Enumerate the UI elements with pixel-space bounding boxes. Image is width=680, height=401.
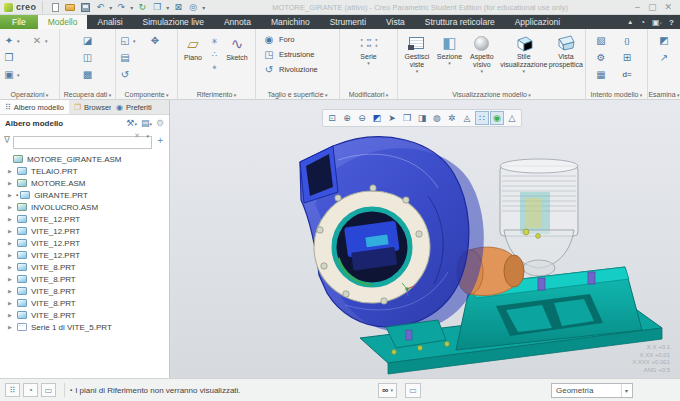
expand-arrow-icon[interactable]: ▶ [8,204,16,210]
spin-center-button[interactable]: ◉ [490,111,504,125]
tree-item[interactable]: ▶MOTORE.ASM [0,177,169,189]
windows-caret-icon[interactable]: ▾ [166,4,169,11]
tab-modello[interactable]: Modello [38,15,88,29]
tree-item[interactable]: ▶VITE_8.PRT [0,285,169,297]
tab-analisi[interactable]: Analisi [87,15,132,29]
zoom-out-button[interactable]: ⊖ [355,111,369,125]
user-defined-feature-button[interactable]: ◪ [81,34,95,47]
3d-model-motore-girante[interactable] [170,100,680,378]
restore-button[interactable]: ▢ [648,2,657,12]
filter-caret-icon[interactable]: ▾ [146,133,149,139]
tree-item[interactable]: ▶VITE_8.PRT [0,297,169,309]
expand-arrow-icon[interactable]: ▶ [8,216,16,222]
tab-simulazione-live[interactable]: Simulazione live [133,15,214,29]
tree-item[interactable]: ▶VITE_12.PRT [0,237,169,249]
tab-applicazioni[interactable]: Applicazioni [505,15,570,29]
tree-tools-button[interactable]: ⚒▾ [126,118,137,128]
tree-item[interactable]: ▶Serie 1 di VITE_5.PRT [0,321,169,333]
assemble-button[interactable]: ◱ [118,34,132,47]
share-button[interactable]: ◎ [187,1,199,13]
save-button[interactable] [79,1,91,13]
tree-item-root[interactable]: MOTORE_GIRANTE.ASM [0,153,169,165]
expand-arrow-icon[interactable]: ▶ [8,228,16,234]
graphics-area[interactable]: ⊡ ⊕ ⊖ ◩ ➤ ❒ ◨ ◍ ✲ ◬ ∷ ◉ △ X.X +0.1 X.XX … [170,100,680,378]
switch-symbols-button[interactable]: ⊞ [620,51,634,64]
tab-manichino[interactable]: Manichino [261,15,320,29]
foro-button[interactable]: ◉Foro [262,32,337,47]
tab-vista[interactable]: Vista [376,15,415,29]
model-info-button[interactable]: ◩ [657,34,671,47]
tree-item[interactable]: ▶INVOLUCRO.ASM [0,201,169,213]
tab-file[interactable]: File [0,15,38,29]
sketch-button[interactable]: ∿ Sketch [223,33,251,86]
stile-visualizzazione-button[interactable]: Stile visualizzazione▾ [501,32,547,86]
parameters-button[interactable]: {} [620,34,634,47]
display-style-button[interactable]: ◍ [430,111,444,125]
repaint-button[interactable]: ◩ [370,111,384,125]
redo-button[interactable]: ↷ [115,1,127,13]
expand-arrow-icon[interactable]: ▶ [8,192,16,198]
tree-item[interactable]: ▶VITE_12.PRT [0,225,169,237]
annotation-display-button[interactable]: ◬ [460,111,474,125]
help-button[interactable]: ? [669,18,674,27]
tab-strumenti[interactable]: Strumenti [320,15,376,29]
group-label-componente[interactable]: Componente [116,91,177,98]
expand-arrow-icon[interactable]: ▶ [8,168,16,174]
group-label-intento[interactable]: Intento modello [586,91,647,98]
toggle-model-tree-button[interactable]: ⠿ [5,383,20,397]
tree-filter-input[interactable] [13,136,152,149]
group-label-recupera-dati[interactable]: Recupera dati [60,91,115,98]
expand-arrow-icon[interactable]: ▶ [8,180,16,186]
expand-arrow-icon[interactable]: ▶ [8,288,16,294]
group-label-operazioni[interactable]: Operazioni [0,91,59,98]
group-label-esamina[interactable]: Esamina [648,91,680,98]
tree-item[interactable]: ▶▪GIRANTE.PRT [0,189,169,201]
view-manager-button[interactable]: ◨ [415,111,429,125]
datum-display-filters-button[interactable]: ∷ [475,111,489,125]
aspetto-visivo-button[interactable]: Aspetto visivo▾ [465,32,499,86]
regenerate-model-button[interactable]: ✦ [2,34,16,47]
expand-arrow-icon[interactable]: ▶ [8,324,16,330]
tab-albero-modello[interactable]: ⠿Albero modello [0,100,69,114]
clear-filter-icon[interactable]: ✕ [134,132,140,140]
tree-settings-button[interactable]: ⚙ [156,118,164,128]
windows-button[interactable]: ❐ [151,1,163,13]
vista-prospettica-button[interactable]: Vista prospettica [549,32,583,86]
tree-item[interactable]: ▶VITE_8.PRT [0,309,169,321]
close-button[interactable]: ✕ [664,2,672,12]
piano-button[interactable]: ▱ Piano [180,33,206,86]
collapse-ribbon-button[interactable]: ▲ [627,19,633,25]
tree-item[interactable]: ▶VITE_8.PRT [0,261,169,273]
expand-arrow-icon[interactable]: ▶ [8,300,16,306]
tab-struttura-reticolare[interactable]: Struttura reticolare [415,15,505,29]
relations-button[interactable]: ⚙ [594,51,608,64]
perspective-button[interactable]: △ [505,111,519,125]
toggle-fullscreen-button[interactable]: ▭ [41,383,56,397]
copy-button[interactable]: ❐ [2,51,16,64]
expand-arrow-icon[interactable]: ▶ [8,240,16,246]
tree-item[interactable]: ▶VITE_8.PRT [0,273,169,285]
tree-item[interactable]: ▶VITE_12.PRT [0,249,169,261]
zoom-in-button[interactable]: ⊕ [340,111,354,125]
screen-settings-button[interactable]: ▣▾ [652,18,662,27]
selection-filter-combobox[interactable]: Geometria ▾ [551,383,633,398]
saved-views-button[interactable]: ❒ [400,111,414,125]
publish-geometry-button[interactable]: ▧ [594,34,608,47]
undo-button[interactable]: ↶ [94,1,106,13]
shrinkwrap-button[interactable]: ▩ [81,68,95,81]
tree-item[interactable]: ▶VITE_12.PRT [0,213,169,225]
expand-arrow-icon[interactable]: ▶ [8,264,16,270]
regenerate-button[interactable]: ↻ [136,1,148,13]
drag-components-button[interactable]: ✥ [148,34,162,47]
undo-caret-icon[interactable]: ▾ [109,4,112,11]
fly-mode-button[interactable]: ➤ [385,111,399,125]
estrusione-button[interactable]: ◳Estrusione [262,47,337,62]
family-table-button[interactable]: ▦ [594,68,608,81]
create-component-button[interactable]: ▤ [118,51,132,64]
search-model-button[interactable]: ∞ ▾ [378,383,397,398]
tree-show-button[interactable]: ▤▾ [141,118,152,128]
component-operations-button[interactable]: ↺ [118,68,132,81]
redo-caret-icon[interactable]: ▾ [130,4,133,11]
point-icon[interactable]: ∴ [209,49,220,60]
tab-preferiti[interactable]: ◉Preferiti [111,100,157,114]
